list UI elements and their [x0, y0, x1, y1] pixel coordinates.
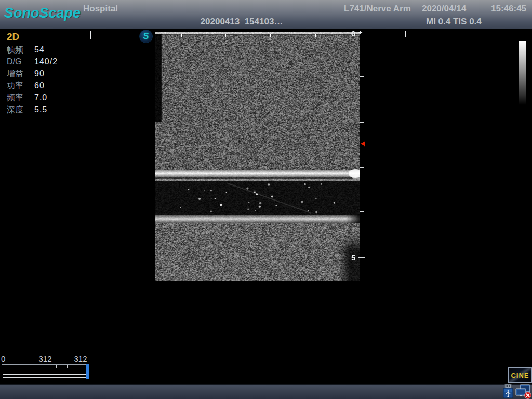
acoustic-output: MI 0.4 TIS 0.4 [426, 17, 482, 27]
usb-storage-icon[interactable] [502, 384, 514, 398]
focus-marker-icon[interactable] [361, 141, 365, 147]
cine-current-frame: 312 [38, 354, 51, 363]
cine-progress-line [3, 374, 87, 378]
right-calibration-tick [405, 31, 406, 37]
cine-position-caret[interactable] [86, 364, 89, 379]
param-row-frequency: 频率 7.0 [7, 91, 58, 103]
depth-label-0: 0 [351, 29, 355, 38]
mode-label: 2D [7, 31, 19, 43]
cine-start-label: 0 [1, 354, 5, 363]
cine-track[interactable] [2, 364, 88, 379]
probe-preset: L741/Nerve Arm [344, 4, 411, 14]
param-row-framerate: 帧频 54 [7, 44, 58, 56]
ultrasound-screen: SonoScape Hospital 20200413_154103… L741… [0, 0, 532, 399]
network-status-icon[interactable] [515, 384, 532, 399]
param-row-depth: 深度 5.5 [7, 103, 58, 115]
taskbar [0, 384, 532, 399]
topbar: SonoScape Hospital 20200413_154103… L741… [0, 0, 532, 29]
sonoscape-badge-icon: S [139, 30, 153, 43]
grayscale-bar [519, 41, 526, 105]
exam-time: 15:46:45 [491, 4, 526, 14]
cine-button[interactable]: CINE [508, 367, 532, 383]
param-row-dg: D/G 140/2 [7, 56, 58, 68]
param-row-gain: 增益 90 [7, 68, 58, 79]
sonoscape-logo: SonoScape [4, 5, 81, 21]
depth-zero-marker: + [358, 29, 363, 36]
ultrasound-image [155, 32, 360, 281]
exam-date: 2020/04/14 [422, 4, 466, 14]
param-row-power: 功率 60 [7, 79, 58, 91]
depth-label-5: 5 [351, 253, 355, 262]
left-calibration-tick [90, 31, 91, 39]
exam-filename: 20200413_154103… [195, 17, 288, 27]
cine-total-frames: 312 [74, 354, 87, 363]
parameter-panel: 帧频 54 D/G 140/2 增益 90 功率 60 频率 7.0 深度 5.… [7, 44, 58, 115]
hospital-name: Hospital [83, 4, 118, 14]
cine-scrubber: 0 312 312 [0, 354, 96, 381]
